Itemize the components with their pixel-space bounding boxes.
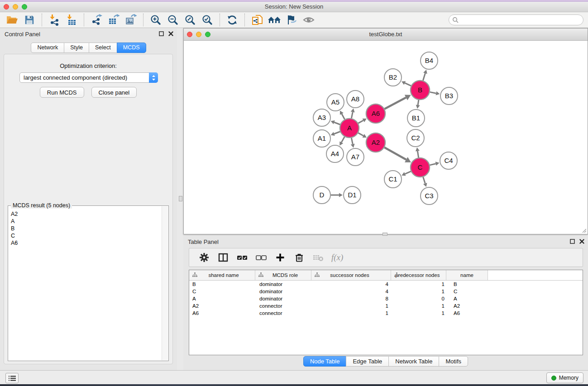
- zoom-in-button[interactable]: [149, 13, 163, 27]
- tab-node-table[interactable]: Node Table: [303, 356, 347, 367]
- edge-B-B2[interactable]: [405, 83, 411, 86]
- save-session-button[interactable]: [23, 13, 36, 27]
- splitter-grip[interactable]: [382, 233, 387, 236]
- open-session-button[interactable]: [5, 13, 19, 27]
- trash-icon: [294, 252, 305, 263]
- edge-A-A1[interactable]: [334, 132, 340, 134]
- edge-A-A8[interactable]: [351, 112, 353, 119]
- select-all-button[interactable]: [235, 251, 249, 264]
- edge-C-C4[interactable]: [430, 164, 435, 165]
- main-toolbar: [0, 12, 588, 28]
- export-image-button[interactable]: [124, 13, 138, 27]
- table-row[interactable]: B dominator 4 1 B: [189, 281, 583, 288]
- duplicate-network-button[interactable]: [250, 13, 264, 27]
- column-header-mcds-role[interactable]: MCDS role: [255, 270, 311, 280]
- edge-A2-C[interactable]: [384, 148, 406, 160]
- toolbar-separator: [220, 14, 220, 26]
- tab-network-table[interactable]: Network Table: [388, 356, 439, 367]
- table-row[interactable]: C dominator 4 1 C: [189, 288, 583, 295]
- edge-A-A2[interactable]: [358, 133, 363, 136]
- add-column-button[interactable]: [273, 251, 287, 264]
- network-canvas[interactable]: AA1A2A3A4A5A6A7A8BB1B2B3B4CC1C2C3C4DD1: [184, 41, 587, 234]
- edge-arrowhead: [435, 162, 440, 166]
- table-row[interactable]: A dominator 8 0 A: [189, 295, 583, 302]
- resize-corner-icon[interactable]: [581, 228, 587, 233]
- close-panel-button[interactable]: Close panel: [91, 87, 137, 98]
- cell-successor-nodes: 8: [311, 296, 391, 301]
- edge-A-A3[interactable]: [334, 122, 340, 124]
- main-titlebar[interactable]: Session: New Session: [0, 2, 588, 12]
- table-row[interactable]: A6 connector 1 1 A6: [189, 310, 583, 317]
- splitter-grip[interactable]: [179, 196, 182, 201]
- list-item[interactable]: C: [8, 232, 162, 239]
- close-panel-icon[interactable]: [168, 31, 173, 36]
- refresh-layout-button[interactable]: [225, 13, 239, 27]
- network-window-titlebar[interactable]: testGlobe.txt: [184, 29, 588, 41]
- search-input[interactable]: [449, 14, 583, 25]
- optimization-criterion-dropdown[interactable]: largest connected component (directed): [19, 72, 158, 83]
- refresh-icon: [226, 14, 238, 26]
- close-panel-icon[interactable]: [579, 239, 584, 244]
- cell-predecessor-nodes: 1: [391, 281, 446, 287]
- result-scrollbar[interactable]: [162, 206, 168, 360]
- deselect-all-button[interactable]: [254, 251, 268, 264]
- edge-C-C3[interactable]: [423, 177, 425, 183]
- export-network-button[interactable]: [90, 13, 103, 27]
- toolbar-separator: [42, 14, 42, 26]
- export-table-button[interactable]: [107, 13, 120, 27]
- column-header-predecessor-nodes[interactable]: predecessor nodes: [391, 270, 446, 280]
- edge-B-B3[interactable]: [430, 92, 436, 93]
- edge-A-A7[interactable]: [351, 138, 353, 144]
- edge-C-C2[interactable]: [417, 151, 418, 157]
- home-layout-button[interactable]: [268, 13, 281, 27]
- show-hide-button[interactable]: [302, 13, 316, 27]
- run-mcds-button[interactable]: Run MCDS: [40, 87, 84, 98]
- edge-A-A5[interactable]: [342, 114, 345, 119]
- network-graph[interactable]: AA1A2A3A4A5A6A7A8BB1B2B3B4CC1C2C3C4DD1: [184, 41, 588, 234]
- node-label-A7: A7: [351, 153, 359, 161]
- list-item[interactable]: B: [8, 225, 162, 232]
- column-label: name: [460, 272, 473, 278]
- cell-predecessor-nodes: 0: [391, 296, 446, 301]
- zoom-selected-button[interactable]: [201, 13, 214, 27]
- zoom-out-button[interactable]: [166, 13, 180, 27]
- list-item[interactable]: A6: [8, 239, 162, 247]
- tab-style[interactable]: Style: [64, 43, 89, 53]
- tab-motifs[interactable]: Motifs: [439, 356, 468, 367]
- table-row[interactable]: A2 connector 1 1 A2: [189, 302, 583, 310]
- float-panel-icon[interactable]: [159, 31, 164, 36]
- float-panel-icon[interactable]: [570, 239, 575, 244]
- node-table[interactable]: shared name MCDS role successor nodes pr…: [189, 270, 583, 355]
- list-item[interactable]: A: [8, 218, 162, 225]
- toolbar-separator: [143, 14, 143, 26]
- edge-C-C1[interactable]: [405, 172, 411, 174]
- edge-A-A6[interactable]: [358, 120, 363, 123]
- column-label: successor nodes: [330, 272, 369, 278]
- function-builder-button[interactable]: f(x): [331, 253, 343, 262]
- show-columns-button[interactable]: [216, 251, 230, 264]
- delete-column-button[interactable]: [292, 251, 306, 264]
- graphics-details-button[interactable]: [285, 13, 298, 27]
- column-header-successor-nodes[interactable]: successor nodes: [311, 270, 391, 280]
- edge-A6-B[interactable]: [384, 97, 406, 109]
- network-view-window: testGlobe.txt AA1A2A3A4A5A6A7A8BB1B2B3B4…: [183, 28, 588, 234]
- tab-edge-table[interactable]: Edge Table: [346, 356, 389, 367]
- tab-select[interactable]: Select: [89, 43, 117, 53]
- import-network-button[interactable]: [48, 13, 61, 27]
- zoom-fit-button[interactable]: [183, 13, 197, 27]
- tab-network[interactable]: Network: [31, 43, 64, 53]
- list-item[interactable]: A2: [8, 210, 162, 218]
- column-header-shared-name[interactable]: shared name: [189, 270, 255, 280]
- task-history-button[interactable]: [5, 373, 19, 383]
- toolbar-separator: [244, 14, 245, 26]
- import-table-button[interactable]: [65, 13, 78, 27]
- memory-button[interactable]: Memory: [546, 372, 583, 383]
- tab-mcds[interactable]: MCDS: [117, 43, 146, 53]
- table-settings-button[interactable]: [197, 251, 211, 264]
- edge-A-A4[interactable]: [341, 137, 344, 142]
- search-field[interactable]: [449, 14, 583, 25]
- column-header-name[interactable]: name: [446, 270, 488, 280]
- delete-table-button-disabled[interactable]: [311, 251, 325, 264]
- edge-B-B4[interactable]: [423, 73, 425, 81]
- edge-B-B1[interactable]: [418, 100, 419, 105]
